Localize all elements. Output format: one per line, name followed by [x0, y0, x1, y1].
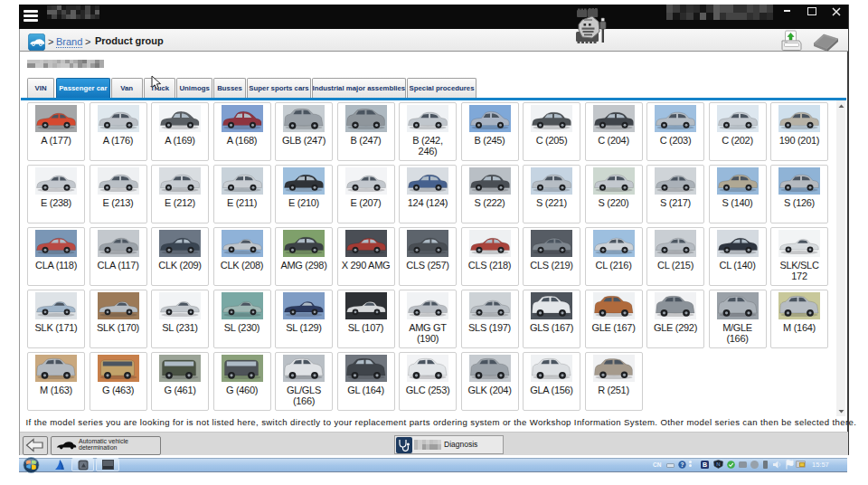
svg-text:?: ?	[680, 461, 684, 468]
svg-text:N: N	[716, 461, 720, 467]
